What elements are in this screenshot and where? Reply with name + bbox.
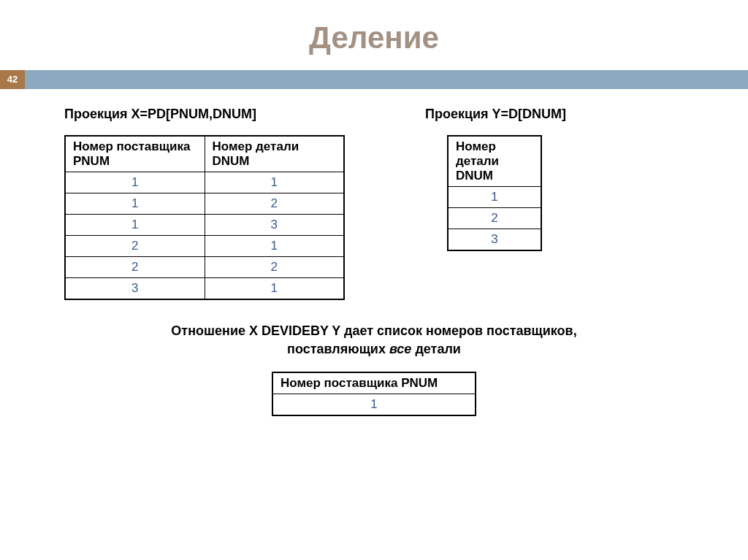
table-cell: 1 <box>205 172 344 193</box>
table-cell: 1 <box>205 278 344 300</box>
divider-bar: 42 <box>0 70 748 89</box>
table-cell: 2 <box>448 208 541 229</box>
table-header-cell: Номер детали DNUM <box>205 136 344 172</box>
projection-x-block: Проекция X=PD[PNUM,DNUM] Номер поставщик… <box>64 107 345 300</box>
table-cell: 2 <box>65 236 205 257</box>
table-cell: 2 <box>65 257 205 278</box>
table-row: 13 <box>65 215 344 236</box>
table-row: 3 <box>448 229 541 251</box>
table-row: 31 <box>65 278 344 300</box>
table-cell: 1 <box>205 236 344 257</box>
table-row: 21 <box>65 236 344 257</box>
result-caption: Отношение X DEVIDEBY Y дает список номер… <box>64 322 684 358</box>
result-caption-line2a: поставляющих <box>287 342 389 356</box>
table-row: Номер детали DNUM <box>448 136 541 187</box>
table-row: Номер поставщика PNUM Номер детали DNUM <box>65 136 344 172</box>
table-y: Номер детали DNUM 1 2 3 <box>447 135 542 251</box>
table-cell: 3 <box>65 278 205 300</box>
table-cell: 2 <box>205 193 344 215</box>
table-cell: 1 <box>65 172 205 193</box>
table-header-cell: Номер поставщика PNUM <box>272 372 476 394</box>
table-row: 11 <box>65 172 344 193</box>
table-row: 1 <box>272 394 476 416</box>
table-row: Номер поставщика PNUM <box>272 372 476 394</box>
table-row: 1 <box>448 187 541 208</box>
table-result: Номер поставщика PNUM 1 <box>272 372 476 416</box>
table-cell: 1 <box>448 187 541 208</box>
table-cell: 3 <box>448 229 541 251</box>
content-area: Проекция X=PD[PNUM,DNUM] Номер поставщик… <box>0 107 748 416</box>
table-header-cell: Номер детали DNUM <box>448 136 541 187</box>
projection-y-heading: Проекция Y=D[DNUM] <box>425 107 566 122</box>
table-row: 2 <box>448 208 541 229</box>
table-cell: 1 <box>272 394 476 416</box>
result-caption-line2b: детали <box>411 342 461 356</box>
result-caption-emphasis: все <box>389 342 411 356</box>
table-cell: 3 <box>205 215 344 236</box>
table-cell: 1 <box>65 193 205 215</box>
result-caption-line1: Отношение X DEVIDEBY Y дает список номер… <box>171 323 576 338</box>
table-cell: 2 <box>205 257 344 278</box>
table-header-cell: Номер поставщика PNUM <box>65 136 205 172</box>
projection-y-block: Проекция Y=D[DNUM] Номер детали DNUM 1 2… <box>425 107 566 251</box>
table-x: Номер поставщика PNUM Номер детали DNUM … <box>64 135 345 300</box>
page-number: 42 <box>0 70 25 89</box>
table-row: 22 <box>65 257 344 278</box>
slide-title: Деление <box>0 20 748 55</box>
table-row: 12 <box>65 193 344 215</box>
projection-x-heading: Проекция X=PD[PNUM,DNUM] <box>64 107 345 122</box>
table-cell: 1 <box>65 215 205 236</box>
